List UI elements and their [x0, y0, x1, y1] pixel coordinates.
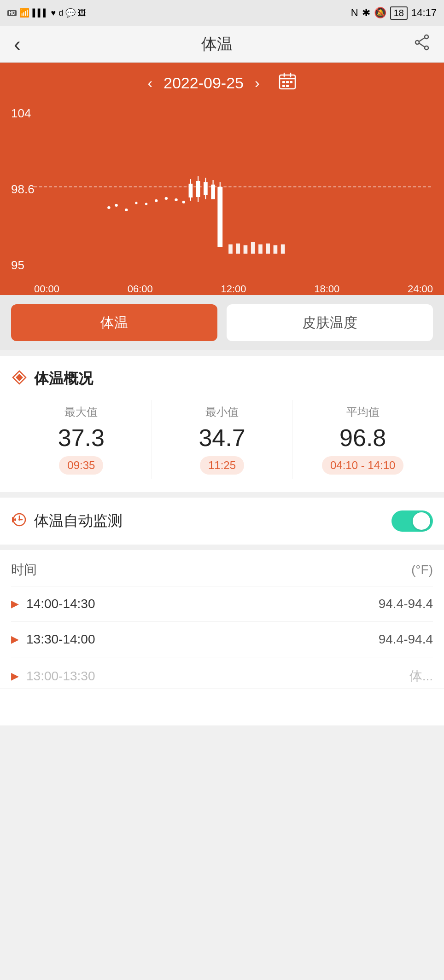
chart-container: 104 98.6 95	[11, 102, 433, 295]
signal-icons: ▌▌▌	[32, 9, 48, 17]
svg-point-16	[115, 204, 117, 207]
date-next-button[interactable]: ›	[255, 75, 260, 92]
svg-rect-12	[286, 85, 289, 87]
stat-avg: 平均值 96.8 04:10 - 14:10	[292, 400, 433, 479]
stat-avg-value: 96.8	[339, 424, 386, 452]
svg-rect-38	[228, 244, 233, 254]
tab-section: 体温 皮肤温度	[0, 295, 444, 350]
svg-line-3	[419, 38, 425, 41]
records-header: 时间 (°F)	[11, 550, 433, 586]
svg-rect-43	[266, 244, 270, 254]
chart-date: 2022-09-25	[164, 74, 244, 92]
overview-title: 体温概况	[34, 369, 93, 389]
svg-rect-28	[196, 181, 200, 197]
svg-point-22	[175, 198, 177, 201]
record-item[interactable]: ▶ 13:00-13:30 体...	[11, 657, 433, 689]
tab-skin-temp[interactable]: 皮肤温度	[227, 304, 433, 341]
status-bar: HD 📶 ▌▌▌ ♥ d 💬 🖼 N ✱ 🔕 18 14:17	[0, 0, 444, 26]
chart-y-label-104: 104	[11, 106, 31, 121]
svg-rect-50	[12, 517, 14, 522]
auto-monitor-toggle[interactable]	[391, 510, 433, 532]
stat-avg-time: 04:10 - 14:10	[322, 456, 403, 475]
record-left: ▶ 14:00-14:30	[11, 597, 95, 611]
svg-rect-13	[290, 81, 292, 83]
svg-point-49	[18, 519, 20, 521]
record-time: 14:00-14:30	[26, 597, 95, 611]
battery-level: 18	[390, 6, 408, 20]
top-nav: ‹ 体温	[0, 26, 444, 63]
bluetooth-icon: ✱	[362, 7, 370, 19]
stats-row: 最大值 37.3 09:35 最小值 34.7 11:25 平均值 96.8 0…	[11, 400, 433, 479]
mute-icon: 🔕	[374, 7, 386, 19]
overview-section: 体温概况 最大值 37.3 09:35 最小值 34.7 11:25 平均值 9…	[0, 356, 444, 492]
stat-max: 最大值 37.3 09:35	[11, 400, 152, 479]
stat-max-value: 37.3	[58, 424, 105, 452]
record-item[interactable]: ▶ 14:00-14:30 94.4-94.4	[11, 586, 433, 622]
record-value: 体...	[409, 667, 433, 685]
stat-max-label: 最大值	[64, 405, 98, 419]
app-icons: d 💬 🖼	[58, 8, 86, 18]
stat-min-value: 34.7	[199, 424, 245, 452]
svg-rect-44	[274, 245, 278, 254]
svg-point-1	[415, 41, 419, 44]
svg-point-23	[182, 201, 185, 203]
chart-section: ‹ 2022-09-25 › 104 98.6 95	[0, 63, 444, 295]
svg-point-0	[425, 35, 428, 39]
stat-max-time: 09:35	[59, 456, 103, 475]
svg-point-21	[165, 197, 168, 200]
chart-y-label-986: 98.6	[11, 182, 35, 197]
network-icons: 📶	[19, 8, 29, 18]
svg-rect-41	[251, 242, 255, 254]
monitor-left: 体温自动监测	[11, 511, 123, 531]
calendar-icon[interactable]	[278, 72, 297, 94]
svg-rect-42	[258, 244, 263, 254]
svg-point-15	[107, 206, 110, 209]
play-icon: ▶	[11, 633, 19, 645]
bottom-spacer	[0, 689, 444, 725]
monitor-title: 体温自动监测	[34, 511, 123, 531]
play-icon: ▶	[11, 598, 19, 610]
svg-point-17	[125, 209, 128, 211]
chart-x-labels: 00:00 06:00 12:00 18:00 24:00	[34, 283, 433, 295]
svg-rect-11	[282, 85, 285, 87]
stat-min-label: 最小值	[205, 405, 239, 419]
records-header-time: 时间	[11, 561, 37, 579]
chart-y-label-95: 95	[11, 258, 24, 273]
tab-body-temp[interactable]: 体温	[11, 304, 217, 341]
record-item[interactable]: ▶ 13:30-14:00 94.4-94.4	[11, 622, 433, 657]
stat-min-time: 11:25	[200, 456, 244, 475]
x-label-2400: 24:00	[408, 283, 433, 295]
date-prev-button[interactable]: ‹	[147, 75, 152, 92]
svg-rect-31	[204, 182, 208, 195]
hd-badge: HD	[7, 10, 17, 16]
record-left: ▶ 13:00-13:30	[11, 669, 95, 684]
share-button[interactable]	[414, 34, 430, 54]
status-right: N ✱ 🔕 18 14:17	[351, 6, 437, 20]
svg-point-18	[135, 202, 137, 204]
x-label-1800: 18:00	[314, 283, 339, 295]
page-title: 体温	[201, 34, 233, 55]
monitor-icon	[11, 511, 28, 531]
svg-rect-39	[236, 244, 240, 254]
svg-rect-34	[211, 185, 215, 199]
monitor-section: 体温自动监测	[0, 498, 444, 545]
overview-header: 体温概况	[11, 369, 433, 389]
svg-point-19	[145, 203, 147, 205]
records-header-unit: (°F)	[411, 562, 433, 577]
svg-rect-25	[189, 184, 193, 197]
svg-rect-9	[282, 81, 285, 83]
stat-avg-label: 平均值	[346, 405, 380, 419]
records-section: 时间 (°F) ▶ 14:00-14:30 94.4-94.4 ▶ 13:30-…	[0, 550, 444, 689]
stat-min: 最小值 34.7 11:25	[152, 400, 293, 479]
svg-rect-10	[286, 81, 289, 83]
clock: 14:17	[411, 7, 437, 19]
svg-line-4	[419, 43, 425, 47]
svg-point-20	[155, 199, 158, 202]
record-value: 94.4-94.4	[379, 597, 433, 611]
svg-rect-36	[217, 187, 222, 247]
svg-rect-51	[14, 518, 16, 521]
overview-icon	[11, 369, 28, 389]
record-time: 13:00-13:30	[26, 669, 95, 684]
x-label-1200: 12:00	[221, 283, 246, 295]
back-button[interactable]: ‹	[14, 33, 21, 56]
